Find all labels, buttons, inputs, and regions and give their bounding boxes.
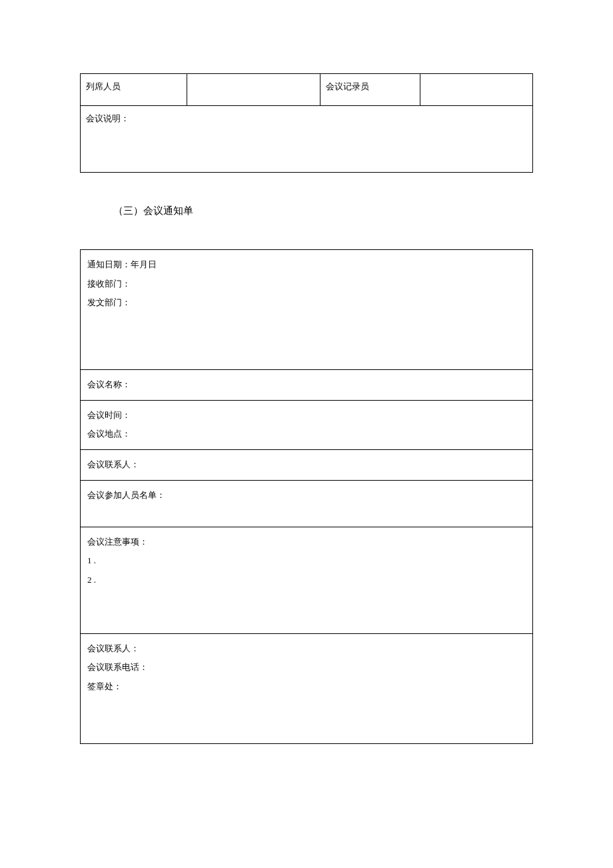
recorder-value-cell [420,74,533,106]
footer-contact-label: 会议联系人： [87,639,526,659]
meeting-location-label: 会议地点： [87,425,526,444]
attendees-value-cell [187,74,320,106]
table-row: 会议联系人： [81,449,533,480]
meeting-notes-cell: 会议注意事项： 1 . 2 . [81,527,533,633]
section-heading: （三）会议通知单 [113,205,533,217]
table-row: 会议时间： 会议地点： [81,400,533,449]
notice-header-cell: 通知日期：年月日 接收部门： 发文部门： [81,250,533,370]
footer-cell: 会议联系人： 会议联系电话： 签章处： [81,633,533,743]
table-row: 列席人员 会议记录员 [81,74,533,106]
footer-phone-label: 会议联系电话： [87,658,526,677]
attendees-label-cell: 列席人员 [81,74,187,106]
table-row: 通知日期：年月日 接收部门： 发文部门： [81,250,533,370]
footer-signature-label: 签章处： [87,677,526,697]
table-row: 会议说明： [81,106,533,173]
table-row: 会议联系人： 会议联系电话： 签章处： [81,633,533,743]
meeting-info-table: 列席人员 会议记录员 会议说明： [80,73,533,173]
meeting-notice-table: 通知日期：年月日 接收部门： 发文部门： 会议名称： 会议时间： 会议地点： 会… [80,249,533,744]
notice-date-label: 通知日期：年月日 [87,255,526,275]
table-row: 会议参加人员名单： [81,480,533,527]
table-row: 会议注意事项： 1 . 2 . [81,527,533,633]
document-page: 列席人员 会议记录员 会议说明： （三）会议通知单 通知日期：年月日 接收部门：… [0,0,613,744]
notes-item-1: 1 . [87,551,526,571]
meeting-notes-cell: 会议说明： [81,106,533,173]
meeting-time-label: 会议时间： [87,406,526,425]
meeting-name-cell: 会议名称： [81,370,533,401]
contact-person-cell: 会议联系人： [81,449,533,480]
notes-item-2: 2 . [87,571,526,590]
receiving-dept-label: 接收部门： [87,275,526,294]
time-location-cell: 会议时间： 会议地点： [81,400,533,449]
sending-dept-label: 发文部门： [87,293,526,313]
recorder-label-cell: 会议记录员 [320,74,420,106]
notes-header-label: 会议注意事项： [87,533,526,552]
attendees-list-cell: 会议参加人员名单： [81,480,533,527]
table-row: 会议名称： [81,370,533,401]
